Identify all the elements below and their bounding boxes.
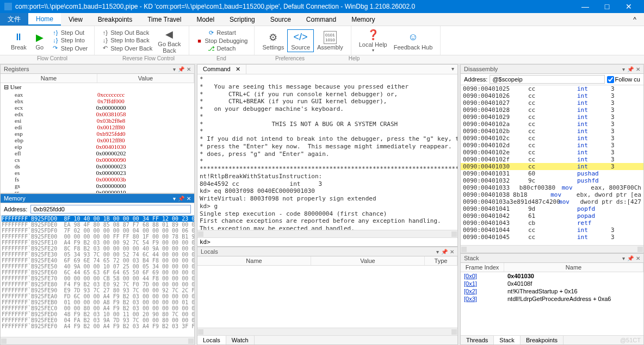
step-over-button[interactable]: ↷Step Over: [51, 44, 89, 52]
close-button[interactable]: ✕: [618, 2, 640, 11]
disasm-row[interactable]: 0090:0040103a3e891d487c4200movdword ptr …: [461, 198, 643, 205]
register-row[interactable]: fs0x0000003b: [1, 176, 194, 183]
detach-button[interactable]: ⎇Detach: [207, 45, 237, 53]
tab-breakpoints[interactable]: Breakpoints: [521, 336, 564, 344]
command-output[interactable]: * * You are seeing this message because …: [197, 74, 457, 230]
memory-row[interactable]: FFFFFFFF`B925FE50 40 9A 00 00 10 07 25 0…: [2, 264, 193, 269]
memory-row[interactable]: FFFFFFFF`B925FE90 E9 7D 93 7C 27 80 93 7…: [2, 287, 193, 293]
command-scrollbar[interactable]: [197, 230, 457, 237]
command-tab[interactable]: Command ✕: [197, 65, 246, 74]
register-row[interactable]: esp0xb925fdd0: [1, 130, 194, 137]
pane-pin-icon[interactable]: 📌: [627, 66, 634, 72]
pane-pin-icon[interactable]: 📌: [441, 249, 448, 255]
memory-row[interactable]: FFFFFFFF`B925FEE0 04 FA B2 03 9A 7D 93 7…: [2, 317, 193, 323]
pane-dropdown-icon[interactable]: ▾: [173, 196, 176, 202]
disasm-row[interactable]: 0090:0040102fccint3: [461, 156, 643, 163]
locals-col-type[interactable]: Type: [425, 256, 457, 265]
disasm-row[interactable]: 0090:004010388b18movebx, dword ptr [ea: [461, 191, 643, 198]
memory-row[interactable]: FFFFFFFF`B925FE80 F4 F9 B2 03 E0 92 7C F…: [2, 281, 193, 287]
pane-dropdown-icon[interactable]: ▾: [451, 66, 454, 72]
minimize-button[interactable]: —: [574, 2, 596, 11]
menu-scripting[interactable]: Scripting: [222, 13, 263, 26]
disasm-row[interactable]: 0090:00401044ccint3: [461, 227, 643, 234]
pane-dropdown-icon[interactable]: ▾: [173, 66, 176, 72]
disasm-row[interactable]: 0090:00401028ccint3: [461, 106, 643, 114]
register-row[interactable]: ebp0x0012ff80: [1, 137, 194, 143]
memory-row[interactable]: FFFFFFFF`B925FE30 05 34 93 7C 00 00 52 7…: [2, 252, 193, 258]
register-row[interactable]: esi0x03b2f8e8: [1, 117, 194, 124]
disasm-row[interactable]: 0090:004010329cpushfd: [461, 177, 643, 184]
assembly-button[interactable]: 01011010Assembly: [314, 30, 346, 52]
locals-col-value[interactable]: Value: [311, 256, 425, 265]
menu-memory[interactable]: Memory: [344, 13, 382, 26]
stack-col-frame[interactable]: Frame Index: [461, 263, 504, 272]
menu-model[interactable]: Model: [189, 13, 222, 26]
step-into-button[interactable]: ↓}Step Into: [51, 36, 89, 44]
pane-close-icon[interactable]: ✕: [636, 66, 640, 72]
disasm-row[interactable]: 0090:0040102eccint3: [461, 149, 643, 156]
disasm-scrollbar[interactable]: [461, 245, 643, 253]
memory-row[interactable]: FFFFFFFF`B925FE60 6C 44 65 63 6F 64 65 5…: [2, 269, 193, 275]
disasm-row[interactable]: 0090:004010419dpopfd: [461, 205, 643, 212]
memory-row[interactable]: FFFFFFFF`B925FEC0 00 00 80 00 A4 F9 B2 0…: [2, 305, 193, 311]
disasm-follow-checkbox[interactable]: Follow cu: [607, 76, 640, 83]
memory-row[interactable]: FFFFFFFF`B925FDD0 8F 10 40 00 1B 00 00 0…: [2, 216, 193, 222]
stack-row[interactable]: [0x0]0x401030: [461, 272, 643, 280]
break-button[interactable]: ⏸Break: [8, 30, 30, 52]
memory-scrollbar[interactable]: [1, 337, 194, 344]
register-row[interactable]: ebx0x7ffdf000: [1, 98, 194, 104]
register-row[interactable]: eax0xcccccccc: [1, 91, 194, 98]
disasm-row[interactable]: 0090:0040102bccint3: [461, 128, 643, 135]
register-row[interactable]: es0x00000023: [1, 170, 194, 176]
memory-row[interactable]: FFFFFFFF`B925FE40 6F 69 6E 74 65 72 00 0…: [2, 258, 193, 264]
register-row[interactable]: eip0x00401030: [1, 143, 194, 150]
tab-watch[interactable]: Watch: [226, 336, 255, 344]
memory-row[interactable]: FFFFFFFF`B925FEB0 01 00 00 00 A8 F9 B2 0…: [2, 299, 193, 305]
disasm-row[interactable]: 0090:00401026ccint3: [461, 92, 643, 99]
menu-home[interactable]: Home: [28, 13, 61, 26]
go-back-button[interactable]: ◀Go BackBack: [154, 27, 184, 55]
stack-row[interactable]: [0x2]nt!KiThreadStartup + 0x16: [461, 287, 643, 295]
maximize-button[interactable]: □: [596, 2, 618, 11]
pane-close-icon[interactable]: ✕: [187, 66, 191, 72]
disasm-row[interactable]: 0090:00401043cbretf: [461, 219, 643, 227]
disasm-row[interactable]: 0090:0040104261popad: [461, 212, 643, 219]
tab-threads[interactable]: Threads: [461, 336, 494, 344]
disasm-row[interactable]: 0090:0040102cccint3: [461, 135, 643, 142]
pane-close-icon[interactable]: ✕: [636, 255, 640, 261]
memory-row[interactable]: FFFFFFFF`B925FEA0 FD 6C 00 00 A4 F9 B2 0…: [2, 293, 193, 299]
stop-debugging-button[interactable]: ■Stop Debugging: [195, 37, 249, 45]
stack-row[interactable]: [0x3]ntdll!LdrpGetProcedureAddress + 0xa…: [461, 295, 643, 303]
menu-file[interactable]: 文件: [0, 13, 28, 26]
pane-close-icon[interactable]: ✕: [187, 196, 191, 202]
stack-col-name[interactable]: Name: [504, 263, 643, 272]
menu-view[interactable]: View: [61, 13, 90, 26]
disasm-row[interactable]: 0090:00401045ccint3: [461, 234, 643, 241]
disasm-row[interactable]: 0090:00401030ccint3: [461, 163, 643, 170]
disasm-row[interactable]: 0090:00401025ccint3: [461, 85, 643, 92]
disasm-row[interactable]: 0090:0040102dccint3: [461, 142, 643, 149]
register-row[interactable]: cs0x00000090: [1, 156, 194, 163]
ribbon-collapse-icon[interactable]: ^: [626, 13, 644, 26]
disasm-row[interactable]: 0090:00401033b80cf00380moveax, 8003F00Ch: [461, 184, 643, 191]
memory-row[interactable]: FFFFFFFF`B925FDE0 EA 98 4F 80 85 08 87 F…: [2, 222, 193, 228]
disasm-row[interactable]: 0090:00401029ccint3: [461, 114, 643, 121]
step-over-back-button[interactable]: ↶Step Over Back: [100, 44, 153, 52]
restart-button[interactable]: ⟳Restart: [206, 29, 237, 37]
reg-col-name[interactable]: Name: [1, 74, 97, 83]
pane-dropdown-icon[interactable]: ▾: [622, 66, 625, 72]
memory-row[interactable]: FFFFFFFF`B925FE00 00 00 00 00 00 FF FF 8…: [2, 234, 193, 240]
menu-timetravel[interactable]: Time Travel: [140, 13, 189, 26]
go-button[interactable]: ▶Go: [30, 30, 49, 52]
pane-close-icon[interactable]: ✕: [450, 249, 454, 255]
step-out-back-button[interactable]: ↑}Step Out Back: [100, 29, 153, 36]
memory-row[interactable]: FFFFFFFF`B925FE10 A4 F9 B2 03 00 00 92 7…: [2, 240, 193, 246]
register-row[interactable]: ecx0x00000000: [1, 104, 194, 111]
register-row[interactable]: edx0x00381058: [1, 111, 194, 117]
menu-source[interactable]: Source: [263, 13, 299, 26]
memory-row[interactable]: FFFFFFFF`B925FEF0 A4 F9 B2 00 A4 F9 B2 0…: [2, 323, 193, 329]
tab-locals[interactable]: Locals: [197, 336, 226, 344]
disasm-row[interactable]: 0090:00401027ccint3: [461, 99, 643, 106]
register-row[interactable]: ss0x00000010: [1, 189, 194, 193]
disasm-addr-input[interactable]: [490, 75, 604, 84]
